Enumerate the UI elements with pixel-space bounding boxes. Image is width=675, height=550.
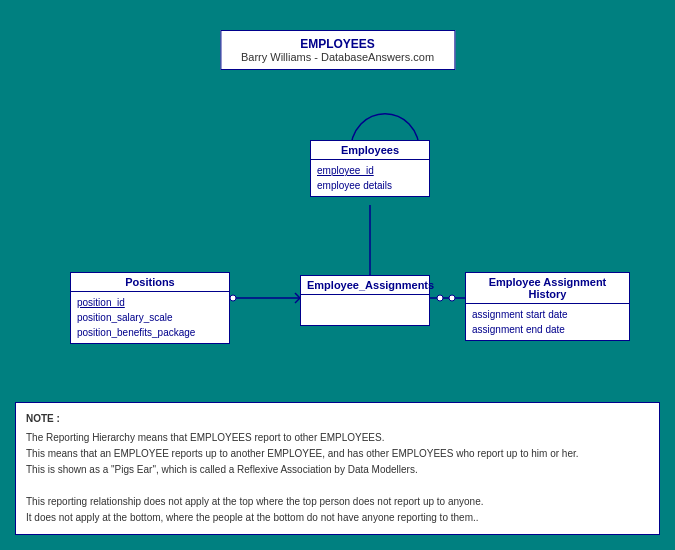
history-entity: Employee Assignment History assignment s… <box>465 272 630 341</box>
employees-header: Employees <box>311 141 429 160</box>
history-field-2: assignment end date <box>472 322 623 337</box>
positions-field-3: position_benefits_package <box>77 325 223 340</box>
assignments-body <box>301 295 429 325</box>
note-line-3: This is shown as a "Pigs Ear", which is … <box>26 462 649 478</box>
employees-field-2: employee details <box>317 178 423 193</box>
note-line-4: This reporting relationship does not app… <box>26 494 649 510</box>
note-line-2: This means that an EMPLOYEE reports up t… <box>26 446 649 462</box>
positions-field-2: position_salary_scale <box>77 310 223 325</box>
title-sub: Barry Williams - DatabaseAnswers.com <box>241 51 434 63</box>
positions-header: Positions <box>71 273 229 292</box>
svg-point-10 <box>449 295 455 301</box>
note-box: NOTE : The Reporting Hierarchy means tha… <box>15 402 660 535</box>
employees-entity: Employees employee_id employee details <box>310 140 430 197</box>
title-box: EMPLOYEES Barry Williams - DatabaseAnswe… <box>220 30 455 70</box>
employees-field-1: employee_id <box>317 163 423 178</box>
positions-body: position_id position_salary_scale positi… <box>71 292 229 343</box>
employees-body: employee_id employee details <box>311 160 429 196</box>
title-main: EMPLOYEES <box>241 37 434 51</box>
svg-point-9 <box>437 295 443 301</box>
note-line-1: The Reporting Hierarchy means that EMPLO… <box>26 430 649 446</box>
note-line-5: It does not apply at the bottom, where t… <box>26 510 649 526</box>
positions-entity: Positions position_id position_salary_sc… <box>70 272 230 344</box>
history-header: Employee Assignment History <box>466 273 629 304</box>
assignments-header: Employee_Assignments <box>301 276 429 295</box>
assignments-entity: Employee_Assignments <box>300 275 430 326</box>
positions-field-1: position_id <box>77 295 223 310</box>
note-spacer <box>26 478 649 494</box>
history-body: assignment start date assignment end dat… <box>466 304 629 340</box>
note-title: NOTE : <box>26 411 649 427</box>
history-field-1: assignment start date <box>472 307 623 322</box>
svg-point-7 <box>230 295 236 301</box>
